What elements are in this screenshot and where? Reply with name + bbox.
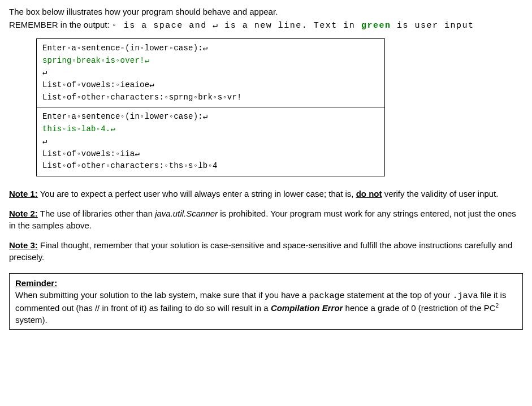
ex1-line1: Enter◦a◦sentence◦(in◦lower◦case):↵ [42,44,207,53]
ex1-line4: List◦of◦vowels:◦ieaioe↵ [42,80,154,89]
ex1-line5: List◦of◦other◦characters:◦sprng◦brk◦s◦vr… [42,93,242,102]
example-output-container: Enter◦a◦sentence◦(in◦lower◦case):↵ sprin… [36,38,385,176]
reminder-a: When submitting your solution to the lab… [15,290,309,300]
ex2-line5: List◦of◦other◦characters:◦ths◦s◦lb◦4 [42,161,218,170]
newline-symbol: ↵ [213,21,219,31]
note-2: Note 2: The use of libraries other than … [9,208,523,231]
compilation-error: Compilation Error [271,303,343,313]
ex2-line4: List◦of◦vowels:◦iia↵ [42,149,140,158]
legend-user-input: is user input [391,21,474,31]
reminder-b: statement at the top of your [344,290,452,300]
java-word: .java [452,291,478,301]
space-symbol: ◦ [112,21,118,31]
note-2-label: Note 2: [9,209,38,218]
legend-text: ◦ is a space and ↵ is a new line. Text i… [112,21,474,31]
ex1-line3: ↵ [42,68,47,77]
note-2-text-a: The use of libraries other than [38,209,155,218]
note-2-lib: java.util.Scanner [155,209,218,218]
example-box-2: Enter◦a◦sentence◦(in◦lower◦case):↵ this◦… [37,107,384,175]
note-3-label: Note 3: [9,240,38,250]
intro-line-2: REMEMBER in the output: ◦ is a space and… [9,19,523,32]
note-1-text-a: You are to expect a perfect user who wil… [38,189,356,198]
legend-is-newline: is a new line. Text in [219,21,361,31]
reminder-box: Reminder: When submitting your solution … [9,273,523,330]
package-word: package [309,291,344,301]
note-3: Note 3: Final thought, remember that you… [9,239,523,263]
reminder-label: Reminder: [15,278,57,288]
note-1-donot: do not [356,189,382,198]
note-1: Note 1: You are to expect a perfect user… [9,188,523,200]
note-3-body: Final thought, remember that your soluti… [9,240,512,262]
example-box-1: Enter◦a◦sentence◦(in◦lower◦case):↵ sprin… [37,39,384,107]
reminder-d: hence a grade of 0 (restriction of the P… [343,303,495,313]
reminder-body: When submitting your solution to the lab… [15,289,517,326]
intro-line-1: The box below illustrates how your progr… [9,6,523,18]
green-word: green [361,21,391,31]
ex1-user-input: spring◦break◦is◦over!↵ [42,56,149,65]
ex2-line3: ↵ [42,137,47,146]
reminder-e: system). [15,315,47,325]
remember-prefix: REMEMBER in the output: [9,20,112,29]
ex2-user-input: this◦is◦lab◦4.↵ [42,124,115,133]
note-1-text-b: verify the validity of user input. [382,189,498,198]
note-1-label: Note 1: [9,189,38,198]
ex2-line1: Enter◦a◦sentence◦(in◦lower◦case):↵ [42,112,207,121]
legend-is-space: is a space and [118,21,213,31]
pc-sup: 2 [496,303,499,309]
